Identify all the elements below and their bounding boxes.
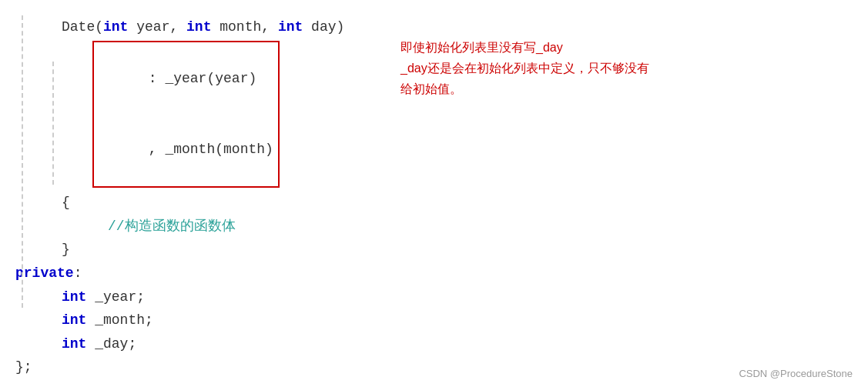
code-line-brace-close: }	[15, 238, 853, 262]
highlight-box: : _year(year) , _month(month)	[92, 41, 280, 188]
colon: :	[74, 262, 82, 285]
brace-close: }	[62, 238, 70, 262]
guide-line-left2	[52, 62, 54, 185]
param-month: month,	[211, 15, 277, 39]
annotation-line-1: 即使初始化列表里没有写_day	[400, 37, 649, 58]
kw-int-2: int	[186, 15, 211, 39]
int-kw-day: int	[62, 332, 86, 356]
var-day: _day;	[86, 332, 136, 356]
code-line-day: int _day;	[15, 332, 853, 356]
code-line-comment: //构造函数的函数体	[15, 215, 853, 239]
code-line-month: int _month;	[15, 309, 853, 332]
code-line-brace-open: {	[15, 191, 853, 215]
brace-open: {	[62, 191, 70, 215]
guide-line-left	[22, 15, 23, 308]
int-kw-year: int	[62, 285, 86, 309]
code-line-year: int _year;	[15, 285, 853, 309]
code-container: Date(int year, int month, int day) : _ye…	[0, 0, 868, 387]
kw-int-1: int	[103, 15, 128, 39]
code-line-1: Date(int year, int month, int day)	[15, 15, 853, 39]
end-brace: };	[15, 355, 32, 379]
code-line-end: };	[15, 355, 853, 379]
comment-text: //构造函数的函数体	[108, 215, 236, 239]
watermark: CSDN @ProcedureStone	[739, 368, 853, 379]
annotation-line-3: 给初始值。	[400, 78, 649, 99]
annotation-block: 即使初始化列表里没有写_day _day还是会在初始化列表中定义，只不够没有 给…	[400, 37, 649, 100]
initializer-month: , _month(month)	[149, 142, 273, 157]
var-month: _month;	[86, 309, 152, 332]
annotation-line-2: _day还是会在初始化列表中定义，只不够没有	[400, 58, 649, 78]
param-day: day)	[303, 15, 344, 39]
code-line-private: private:	[15, 262, 853, 285]
kw-int-3: int	[278, 15, 303, 39]
int-kw-month: int	[62, 309, 86, 332]
initializer-year: : _year(year)	[149, 71, 256, 86]
private-kw: private	[15, 262, 74, 285]
param-year: year,	[128, 15, 186, 39]
date-func: Date(	[15, 15, 103, 39]
var-year: _year;	[86, 285, 145, 309]
